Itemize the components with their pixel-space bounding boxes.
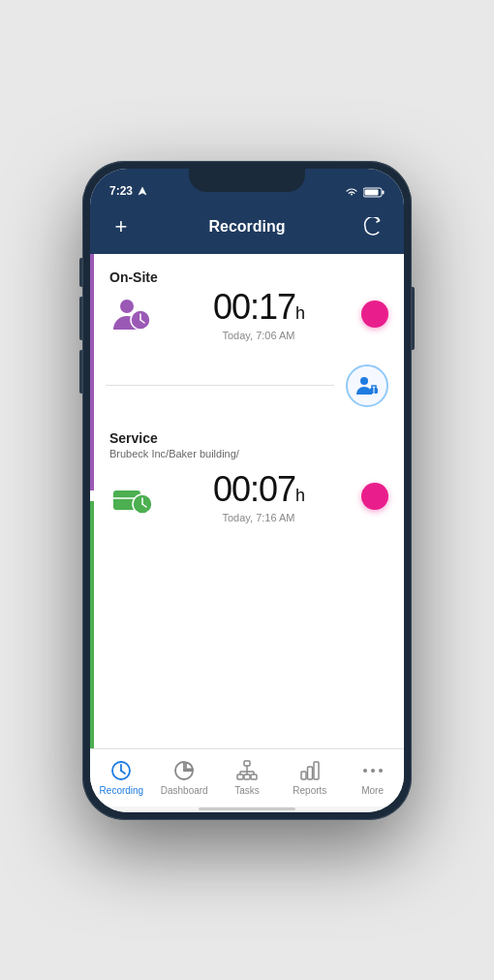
card-body-service: 00:07h Today, 7:16 AM: [109, 469, 388, 523]
onsite-time-wrap: 00:17h Today, 7:06 AM: [168, 287, 350, 341]
phone-screen: 7:23 +: [90, 169, 404, 812]
horizontal-divider: [106, 385, 334, 386]
status-time: 7:23: [109, 184, 147, 198]
svg-rect-28: [307, 767, 312, 779]
nav-label-tasks: Tasks: [234, 785, 260, 796]
nav-item-tasks[interactable]: Tasks: [216, 753, 279, 802]
service-timer: 00:07h: [168, 469, 350, 510]
dots-icon: [361, 759, 385, 782]
svg-point-31: [371, 769, 375, 773]
add-button[interactable]: +: [106, 211, 137, 242]
nav-item-more[interactable]: More: [341, 753, 404, 802]
svg-rect-21: [251, 775, 257, 779]
nav-label-dashboard: Dashboard: [161, 785, 208, 796]
person-briefcase-icon: [355, 375, 379, 396]
svg-point-3: [120, 300, 134, 313]
svg-line-17: [121, 771, 125, 774]
pie-chart-icon: [172, 759, 196, 782]
service-icon: [109, 473, 156, 520]
wifi-icon: [345, 187, 358, 197]
nav-label-recording: Recording: [100, 785, 144, 796]
divider-area: [90, 361, 404, 415]
svg-rect-1: [383, 190, 385, 194]
notch: [189, 169, 305, 192]
battery-icon: [363, 187, 385, 198]
svg-point-30: [363, 769, 367, 773]
svg-point-7: [360, 377, 368, 385]
onsite-timer: 00:17h: [168, 287, 350, 328]
side-button-power: [412, 287, 415, 350]
app-header: + Recording: [90, 204, 404, 254]
side-button-volume-up: [79, 297, 82, 340]
svg-rect-29: [314, 762, 319, 779]
header-title: Recording: [208, 218, 285, 236]
nav-label-reports: Reports: [293, 785, 326, 796]
svg-rect-2: [365, 189, 379, 195]
bottom-navigation: Recording Dashboard: [90, 748, 404, 806]
person-clock-icon: [111, 295, 154, 333]
content-area: On-Site: [90, 254, 404, 748]
phone-frame: 7:23 +: [82, 161, 412, 820]
onsite-icon: [109, 291, 156, 337]
nav-item-recording[interactable]: Recording: [90, 753, 153, 802]
onsite-record-button[interactable]: [361, 300, 388, 328]
service-date: Today, 7:16 AM: [168, 512, 350, 523]
side-button-volume-down: [79, 350, 82, 394]
card-onsite: On-Site: [90, 254, 404, 361]
org-chart-icon: [235, 759, 259, 782]
bar-chart-icon: [298, 759, 322, 782]
svg-rect-19: [237, 775, 243, 779]
nav-label-more: More: [361, 785, 384, 796]
service-record-button[interactable]: [361, 483, 388, 510]
onsite-date: Today, 7:06 AM: [168, 330, 350, 341]
svg-rect-27: [301, 772, 306, 779]
assign-button[interactable]: [346, 364, 388, 407]
status-icons: [345, 187, 385, 198]
svg-rect-18: [244, 761, 250, 766]
briefcase-clock-icon: [111, 477, 154, 516]
location-arrow-icon: [138, 186, 147, 196]
home-indicator: [90, 806, 404, 812]
service-subtitle: Brubeck Inc/Baker building/: [109, 448, 388, 459]
card-service: Service Brubeck Inc/Baker building/: [90, 415, 404, 543]
refresh-button[interactable]: [357, 211, 388, 242]
nav-item-reports[interactable]: Reports: [278, 753, 341, 802]
clock-circle-icon: [109, 759, 133, 782]
refresh-icon: [363, 217, 383, 237]
service-time-wrap: 00:07h Today, 7:16 AM: [168, 469, 350, 523]
svg-rect-20: [244, 775, 250, 779]
side-button-mute: [79, 258, 82, 287]
nav-item-dashboard[interactable]: Dashboard: [153, 753, 216, 802]
card-type-label: On-Site: [109, 269, 388, 285]
svg-point-32: [379, 769, 383, 773]
card-body-onsite: 00:17h Today, 7:06 AM: [109, 287, 388, 341]
service-type-label: Service: [109, 430, 388, 446]
